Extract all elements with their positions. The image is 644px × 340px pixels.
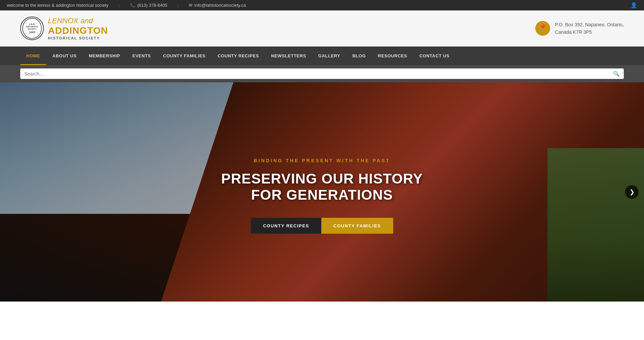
welcome-text: welcome to the lennox & addington histor… [7,3,108,8]
nav-item-about[interactable]: ABOUT US [46,47,83,65]
nav-item-gallery[interactable]: GALLERY [312,47,346,65]
logo-area[interactable]: L&A HISTORICAL SOCIETY 1865 LENNOX and A… [20,17,108,40]
address-line2: Canada K7R 3P5 [555,28,624,36]
hero-content: BINDING THE PRESENT WITH THE PAST PRESER… [204,158,440,234]
phone-icon: 📞 [130,3,135,8]
main-nav: HOME ABOUT US MEMBERSHIP EVENTS COUNTY F… [0,47,644,65]
address-text: P.O. Box 392, Napanee, Ontario, Canada K… [555,21,624,36]
hero-section: BINDING THE PRESENT WITH THE PAST PRESER… [0,82,644,302]
phone-number: (613) 378-6405 [137,3,167,8]
nav-item-events[interactable]: EVENTS [126,47,157,65]
logo-subtitle: HISTORICAL SOCIETY [48,36,108,40]
logo-text: LENNOX and ADDINGTON HISTORICAL SOCIETY [48,17,108,40]
address-area: 📍 P.O. Box 392, Napanee, Ontario, Canada… [535,21,624,36]
site-header: L&A HISTORICAL SOCIETY 1865 LENNOX and A… [0,10,644,47]
email-icon: ✉ [189,3,192,8]
location-pin-icon: 📍 [535,21,550,36]
hero-title: PRESERVING OUR HISTORY FOR GENERATIONS [204,171,440,203]
phone-contact: 📞 (613) 378-6405 [130,3,167,8]
logo-lennox: LENNOX and [48,17,108,25]
hero-foliage [547,148,644,302]
search-icon[interactable]: 🔍 [613,70,620,77]
county-families-button[interactable]: COUNTY FAMILIES [321,218,393,234]
address-line1: P.O. Box 392, Napanee, Ontario, [555,21,624,28]
social-icon[interactable]: 👤 [630,2,637,8]
nav-item-contact[interactable]: CONTACT US [413,47,455,65]
nav-item-membership[interactable]: MEMBERSHIP [83,47,126,65]
nav-item-home[interactable]: HOME [20,47,46,65]
nav-item-newsletters[interactable]: NEWSLETTERS [265,47,312,65]
search-bar-wrap: 🔍 [0,65,644,82]
nav-item-resources[interactable]: RESOURCES [372,47,413,65]
logo-circle: L&A HISTORICAL SOCIETY 1865 [20,17,44,40]
hero-subtitle: BINDING THE PRESENT WITH THE PAST [204,158,440,163]
nav-item-county-families[interactable]: COUNTY FAMILIES [157,47,212,65]
search-input-wrap: 🔍 [20,68,624,79]
top-bar: welcome to the lennox & addington histor… [0,0,644,10]
search-input[interactable] [24,71,613,77]
nav-item-county-recipes[interactable]: COUNTY RECIPES [212,47,265,65]
email-address: info@lahistoricalsociety.ca [194,3,246,8]
county-recipes-button[interactable]: COUNTY RECIPES [251,218,321,234]
hero-next-arrow[interactable]: ❯ [625,185,639,199]
nav-item-blog[interactable]: BLOG [346,47,372,65]
logo-addington: ADDINGTON [48,25,108,36]
hero-buttons: COUNTY RECIPES COUNTY FAMILIES [204,218,440,234]
email-contact: ✉ info@lahistoricalsociety.ca [189,3,246,8]
